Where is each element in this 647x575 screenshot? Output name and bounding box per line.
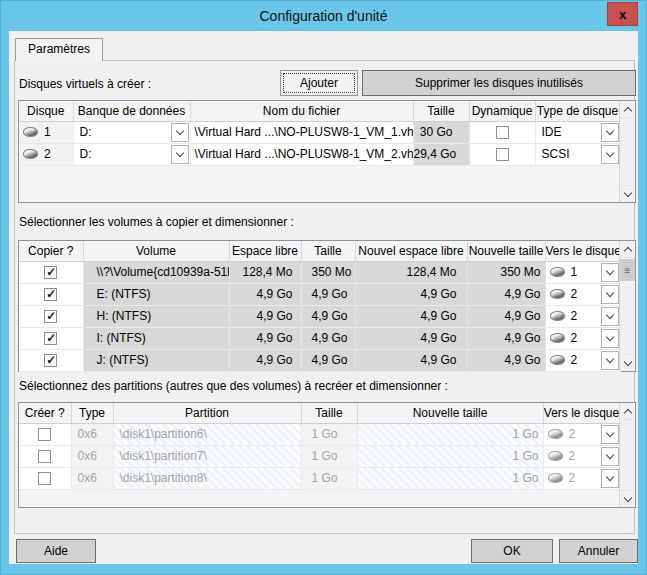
create-checkbox[interactable] <box>38 428 51 441</box>
volume-row[interactable]: \\?\Volume{cd10939a-51be 128,4 Mo 350 Mo… <box>19 261 620 283</box>
free-space-cell: 4,9 Go <box>229 349 301 371</box>
chevron-down-icon <box>605 266 613 274</box>
partition-row[interactable]: 0x6 \disk1\partition7\ 1 Go 1 Go 2 <box>19 445 620 467</box>
cancel-button[interactable]: Annuler <box>559 539 638 563</box>
column-header: Vers le disque <box>545 241 620 261</box>
scrollbar[interactable] <box>619 101 635 202</box>
new-size-cell: 1 Go <box>357 445 543 467</box>
volume-row[interactable]: H: (NTFS) 4,9 Go 4,9 Go 4,9 Go 4,9 Go 2 <box>19 305 620 327</box>
datastore-dropdown[interactable] <box>171 145 189 164</box>
virtual-disks-label: Disques virtuels à créer : <box>19 77 151 91</box>
column-header: Vers le disque <box>543 403 620 423</box>
scrollbar-down-button[interactable] <box>620 354 635 371</box>
target-disk-dropdown[interactable] <box>601 263 619 282</box>
volumes-label: Sélectionner les volumes à copier et dim… <box>19 215 294 229</box>
scrollbar[interactable]: ≡ <box>619 241 635 371</box>
column-header: Volume <box>83 241 229 261</box>
target-disk-cell: 2 <box>545 349 620 371</box>
target-disk-dropdown[interactable] <box>601 469 619 488</box>
chevron-down-icon <box>605 126 613 134</box>
new-size-cell: 4,9 Go <box>467 305 545 327</box>
scrollbar-thumb[interactable]: ≡ <box>620 259 635 281</box>
disk-type-dropdown[interactable] <box>601 123 619 142</box>
new-size-cell: 350 Mo <box>467 261 545 283</box>
dialog-body: Paramètres Disques virtuels à créer : Aj… <box>9 31 638 564</box>
dynamic-checkbox[interactable] <box>496 148 509 161</box>
size-cell: 1 Go <box>301 423 357 445</box>
disk-icon <box>550 289 565 299</box>
column-header: Copier ? <box>19 241 83 261</box>
disk-type-cell: IDE <box>535 121 620 143</box>
chevron-down-icon <box>605 148 613 156</box>
scrollbar[interactable] <box>619 403 635 507</box>
chevron-up-icon <box>623 106 631 114</box>
datastore-dropdown[interactable] <box>171 123 189 142</box>
column-header: Nouvelle taille <box>467 241 545 261</box>
target-disk-dropdown[interactable] <box>601 329 619 348</box>
target-disk-dropdown[interactable] <box>601 307 619 326</box>
table-header-row: Créer ? Type Partition Taille Nouvelle t… <box>19 403 620 423</box>
copy-checkbox[interactable] <box>44 354 57 367</box>
close-button[interactable]: x <box>607 2 638 26</box>
copy-checkbox[interactable] <box>44 288 57 301</box>
volume-cell: J: (NTFS) <box>83 349 229 371</box>
column-header: Taille <box>301 403 357 423</box>
volume-row[interactable]: I: (NTFS) 4,9 Go 4,9 Go 4,9 Go 4,9 Go 2 <box>19 327 620 349</box>
copy-checkbox[interactable] <box>44 310 57 323</box>
scrollbar-up-button[interactable] <box>620 241 635 258</box>
disk-type-dropdown[interactable] <box>601 145 619 164</box>
window-title: Configuration d'unité <box>1 1 646 31</box>
size-cell: 1 Go <box>301 445 357 467</box>
size-cell: 29,4 Go <box>413 143 469 165</box>
target-disk-dropdown[interactable] <box>601 285 619 304</box>
partition-cell: \disk1\partition8\ <box>113 467 301 489</box>
column-header: Créer ? <box>19 403 71 423</box>
new-size-cell: 1 Go <box>357 467 543 489</box>
chevron-down-icon <box>623 493 631 501</box>
scrollbar-up-button[interactable] <box>620 403 635 420</box>
size-cell: 4,9 Go <box>301 305 355 327</box>
target-disk-dropdown[interactable] <box>601 351 619 370</box>
titlebar: Configuration d'unité x <box>1 1 646 31</box>
create-checkbox[interactable] <box>38 472 51 485</box>
table-header-row: Copier ? Volume Espace libre Taille Nouv… <box>19 241 620 261</box>
free-space-cell: 4,9 Go <box>229 327 301 349</box>
disk-row[interactable]: 1 D: \Virtual Hard ...\NO-PLUSW8-1_VM_1.… <box>19 121 620 143</box>
help-button[interactable]: Aide <box>16 539 96 563</box>
scrollbar-down-button[interactable] <box>620 490 635 507</box>
target-disk-cell: 2 <box>543 423 620 445</box>
volume-cell: I: (NTFS) <box>83 327 229 349</box>
size-cell: 350 Mo <box>301 261 355 283</box>
copy-cell <box>19 283 83 305</box>
new-free-space-cell: 4,9 Go <box>355 305 467 327</box>
column-header: Nouvel espace libre <box>355 241 467 261</box>
target-disk-dropdown[interactable] <box>601 425 619 444</box>
dynamic-checkbox[interactable] <box>496 126 509 139</box>
remove-unused-disks-button[interactable]: Supprimer les disques inutilisés <box>362 70 636 96</box>
copy-checkbox[interactable] <box>44 266 57 279</box>
size-cell: 4,9 Go <box>301 283 355 305</box>
ok-button[interactable]: OK <box>471 539 553 563</box>
scrollbar-down-button[interactable] <box>620 185 635 202</box>
scrollbar-up-button[interactable] <box>620 101 635 118</box>
disk-row[interactable]: 2 D: \Virtual Hard ...\NO-PLUSW8-1_VM_2.… <box>19 143 620 165</box>
chevron-down-icon <box>623 188 631 196</box>
partition-row[interactable]: 0x6 \disk1\partition6\ 1 Go 1 Go 2 <box>19 423 620 445</box>
add-button[interactable]: Ajouter <box>280 70 358 96</box>
column-header: Dynamique <box>469 101 535 121</box>
partition-row[interactable]: 0x6 \disk1\partition8\ 1 Go 1 Go 2 <box>19 467 620 489</box>
chevron-down-icon <box>175 126 183 134</box>
free-space-cell: 4,9 Go <box>229 283 301 305</box>
type-cell: 0x6 <box>71 467 113 489</box>
target-disk-dropdown[interactable] <box>601 447 619 466</box>
volume-row[interactable]: E: (NTFS) 4,9 Go 4,9 Go 4,9 Go 4,9 Go 2 <box>19 283 620 305</box>
chevron-down-icon <box>605 428 613 436</box>
disk-icon <box>23 127 38 137</box>
create-checkbox[interactable] <box>38 450 51 463</box>
disk-icon <box>550 267 565 277</box>
virtual-disks-table: Disque Banque de données Nom du fichier … <box>18 100 636 203</box>
volume-row[interactable]: J: (NTFS) 4,9 Go 4,9 Go 4,9 Go 4,9 Go 2 <box>19 349 620 371</box>
copy-checkbox[interactable] <box>44 332 57 345</box>
filename-cell: \Virtual Hard ...\NO-PLUSW8-1_VM_2.vhdx <box>190 143 413 165</box>
tab-parametres[interactable]: Paramètres <box>15 38 103 61</box>
